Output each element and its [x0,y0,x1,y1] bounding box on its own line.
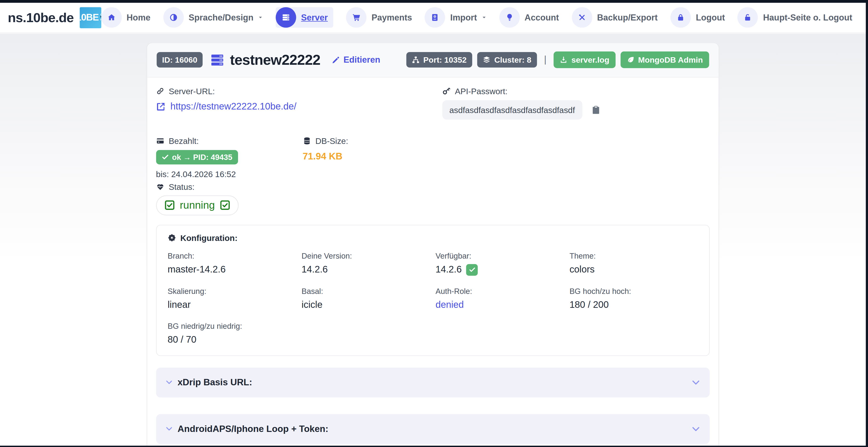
status-value: running [180,199,215,211]
server-url-block: Server-URL: https://testnew22222.10be.de… [156,86,442,119]
copy-clipboard-icon[interactable] [591,105,600,114]
config-label: Auth-Role: [435,287,564,296]
nav-label: Sprache/Design [189,12,253,22]
db-size-value: 71.94 KB [303,151,348,162]
api-password-label-row: API-Passwort: [442,86,600,96]
passport-icon [425,7,445,28]
androidaps-section-toggle[interactable]: AndroidAPS/Iphone Loop + Token: [156,414,710,444]
config-value-text: 14.2.6 [435,264,462,275]
nav-label: Backup/Export [597,12,658,22]
nav-label: Logout [696,12,725,22]
mongodb-admin-label: MongoDB Admin [638,55,703,64]
api-password-value: asdfasdfasdfasdfasdfasdfasdfasdf [442,100,582,119]
config-value: 14.2.6 [302,264,430,275]
server-url-link[interactable]: https://testnew22222.10be.de/ [170,101,297,112]
paid-label-row: Bezahlt: [156,136,303,145]
server-log-button[interactable]: server.log [554,52,615,68]
config-label: Skalierung: [168,287,296,296]
config-field-basal: Basal: icicle [302,287,430,310]
config-label: Basal: [302,287,430,296]
configuration-title: Konfiguration: [180,233,238,242]
nav-label: Payments [372,12,412,22]
server-title: testnew22222 [230,51,320,68]
nav-item-home[interactable]: Home [101,7,150,28]
nav-item-backup-export[interactable]: Backup/Export [571,7,657,28]
nav-item-logout[interactable]: Logout [671,7,725,28]
config-label: Branch: [168,251,296,260]
auth-role-link[interactable]: denied [435,299,564,310]
heart-pulse-icon [156,182,164,191]
config-field-skalierung: Skalierung: linear [168,287,296,310]
nav-label: Home [126,12,150,22]
server-card-header-right: Port: 10352 Cluster: 8 | server.log Mong… [406,52,709,68]
db-size-label: DB-Size: [315,136,348,145]
server-icon [210,52,225,67]
config-value: 180 / 200 [569,299,698,310]
edit-server-link[interactable]: Editieren [331,55,380,65]
brand-logo: 10BE ONE CLICK NIGHTSCOUT HOSTING [80,7,101,28]
config-value: 80 / 70 [168,334,296,345]
paid-block: Bezahlt: ok → PID: 49435 bis: 24.04.2026… [156,136,303,179]
layers-icon [483,56,491,64]
nav-label: Server [301,12,328,22]
check-icon [469,266,475,273]
page-background: ID: 16060 testnew22222 Editieren Port: 1… [0,33,865,447]
api-password-value-row: asdfasdfasdfasdfasdfasdfasdfasdf [442,100,600,119]
nav-item-server[interactable]: Server [276,7,333,28]
config-field-deine-version: Deine Version: 14.2.6 [302,251,430,275]
config-value: linear [168,299,296,310]
server-url-value-row: https://testnew22222.10be.de/ [156,101,442,112]
app-window: ns.10be.de 10BE ONE CLICK NIGHTSCOUT HOS… [0,0,868,447]
config-field-bg-hoch: BG hoch/zu hoch: 180 / 200 [569,287,698,310]
link-icon [156,87,164,95]
lightbulb-icon [499,7,520,28]
paid-dbsize-row: Bezahlt: ok → PID: 49435 bis: 24.04.2026… [156,136,710,179]
key-icon [442,87,451,95]
nav-label: Account [525,12,559,22]
config-value: 14.2.6 [435,264,564,275]
nav-label: Import [450,12,477,22]
configuration-title-row: Konfiguration: [168,233,698,242]
window-frame-right [865,0,868,447]
config-field-verfuegbar: Verfügbar: 14.2.6 [435,251,564,275]
header-divider: | [544,54,546,65]
nav-item-hauptseite-logout[interactable]: Haupt-Seite o. Logout [738,7,852,28]
external-link-icon [156,102,165,111]
nav-item-import[interactable]: Import [425,7,486,28]
config-label: BG niedrig/zu niedrig: [168,322,296,330]
config-value: master-14.2.6 [168,264,296,275]
status-block: Status: running [156,182,710,215]
config-field-bg-niedrig: BG niedrig/zu niedrig: 80 / 70 [168,322,296,345]
chevron-down-icon [691,377,701,387]
config-label: Verfügbar: [435,251,564,260]
caret-down-icon [481,15,486,20]
server-url-label-row: Server-URL: [156,86,442,96]
config-label: BG hoch/zu hoch: [569,287,698,296]
config-value: icicle [302,299,430,310]
edit-label: Editieren [344,55,380,65]
nav-item-account[interactable]: Account [499,7,559,28]
cart-icon [346,7,367,28]
chevron-down-icon [165,425,173,433]
paid-status-text: ok → PID: 49435 [172,153,232,161]
mongodb-admin-button[interactable]: MongoDB Admin [620,52,709,68]
status-badge: running [156,195,239,215]
server-id-badge: ID: 16060 [157,52,203,68]
server-icon [276,7,296,28]
caret-down-icon [258,15,263,20]
top-navbar: ns.10be.de 10BE ONE CLICK NIGHTSCOUT HOS… [0,3,865,33]
configuration-grid: Branch: master-14.2.6 Deine Version: 14.… [168,251,698,345]
db-size-label-row: DB-Size: [303,136,348,145]
chevron-down-icon [691,424,701,434]
server-card: ID: 16060 testnew22222 Editieren Port: 1… [147,42,719,447]
lock-icon [671,7,691,28]
nav-item-payments[interactable]: Payments [346,7,412,28]
credit-card-icon [156,137,164,145]
xdrip-section-toggle[interactable]: xDrip Basis URL: [156,367,710,397]
cluster-badge: Cluster: 8 [477,52,537,68]
tools-icon [571,7,592,28]
square-check-icon [164,200,175,211]
nav-item-sprache-design[interactable]: Sprache/Design [163,7,263,28]
config-label: Deine Version: [302,251,430,260]
db-size-block: DB-Size: 71.94 KB [303,136,348,179]
